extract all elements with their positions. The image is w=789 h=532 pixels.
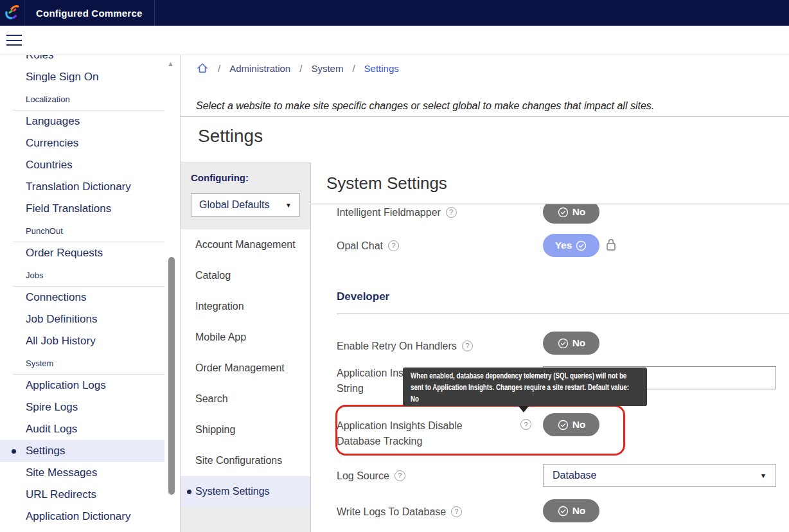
sidebar-item-all-job-history[interactable]: All Job History [0,330,164,352]
log-source-select[interactable]: Database ▼ [543,464,776,487]
breadcrumb-system[interactable]: System [311,63,343,74]
lock-icon [605,237,617,253]
config-menu-mobile-app[interactable]: Mobile App [181,322,310,353]
toggle-value: No [572,206,586,218]
log-source-value: Database [553,470,597,481]
check-circle-icon [557,505,569,517]
config-menu-site-configurations[interactable]: Site Configurations [181,445,310,476]
label-text: Enable Retry On Handlers [337,341,457,351]
selected-bullet-icon [187,490,191,494]
settings-panel-header: System Settings [311,163,789,204]
toggle-app-insights-disable-db-tracking[interactable]: No [543,413,599,436]
tooltip-text: When enabled, database dependency teleme… [411,370,639,405]
toggle-value: No [572,337,586,349]
config-menu-account-management[interactable]: Account Management [181,229,310,260]
toggle-enable-retry[interactable]: No [543,332,599,355]
sidebar-item-audit-logs[interactable]: Audit Logs [0,418,164,440]
sidebar-item-site-messages[interactable]: Site Messages [0,462,164,484]
settings-content: Intelligent Fieldmapper? No Opal Chat? Y… [310,163,789,532]
sidebar-section-system: System [0,352,164,374]
developer-section-heading: Developer [337,290,389,303]
sidebar-item-roles[interactable]: Roles [0,55,164,66]
help-icon[interactable]: ? [462,341,473,351]
page: Configured Commerce Roles Single Sign On… [0,0,789,532]
topbar: Configured Commerce [0,0,789,26]
config-menu-order-management[interactable]: Order Management [181,353,310,384]
setting-label-app-insights-disable-db-tracking: Application Insights Disable Database Tr… [337,418,497,449]
toggle-value: No [572,505,586,517]
config-menu: Account Management Catalog Integration M… [181,229,310,507]
check-circle-icon [557,206,569,218]
toggle-opal-chat[interactable]: Yes [543,234,599,257]
divider [181,116,789,117]
check-circle-icon [557,419,569,431]
sidebar-item-url-redirects[interactable]: URL Redirects [0,484,164,506]
breadcrumb-separator: / [299,63,302,74]
configuring-dropdown-value: Global Defaults [199,199,269,211]
sidebar-item-settings[interactable]: Settings [0,440,164,462]
tooltip-arrow-icon [519,406,529,412]
sidebar-item-single-sign-on[interactable]: Single Sign On [0,66,164,88]
label-text: Intelligent Fieldmapper [337,207,441,218]
sidebar-item-translation-dictionary[interactable]: Translation Dictionary [0,176,164,198]
sidebar-item-job-definitions[interactable]: Job Definitions [0,308,164,330]
breadcrumb-separator: / [352,63,355,74]
main-area: / Administration / System / Settings Sel… [180,55,789,532]
configuring-dropdown[interactable]: Global Defaults ▼ [191,193,300,217]
app-logo[interactable] [0,0,24,26]
breadcrumb-settings[interactable]: Settings [364,63,399,74]
config-panel: Configuring: Global Defaults ▼ Account M… [181,163,310,532]
sidebar-section-localization: Localization [0,88,164,110]
check-circle-icon [557,337,569,350]
config-menu-integration[interactable]: Integration [181,291,310,322]
sidebar-item-label: Settings [26,445,65,457]
breadcrumb-administration[interactable]: Administration [229,63,290,74]
sidebar-item-connections[interactable]: Connections [0,287,164,308]
config-menu-label: System Settings [195,486,270,497]
config-menu-shipping[interactable]: Shipping [181,414,310,445]
setting-label-write-logs: Write Logs To Database? [337,504,462,520]
sidebar-item-application-dictionary[interactable]: Application Dictionary [0,506,164,528]
config-menu-catalog[interactable]: Catalog [181,260,310,291]
tooltip: When enabled, database dependency teleme… [403,368,647,406]
sidebar-item-countries[interactable]: Countries [0,154,164,176]
config-panel-footer [181,507,310,532]
settings-panel-title: System Settings [326,173,447,193]
help-icon[interactable]: ? [388,240,399,251]
scrollbar-thumb[interactable] [168,257,175,495]
intro-text: Select a website to make site specific c… [196,100,654,112]
toggle-value: No [572,419,586,430]
sidebar: Roles Single Sign On Localization Langua… [0,55,180,532]
configuring-label: Configuring: [191,172,249,183]
sidebar-item-spire-logs[interactable]: Spire Logs [0,396,164,418]
sidebar-item-field-translations[interactable]: Field Translations [0,198,164,220]
config-menu-system-settings[interactable]: System Settings [181,476,310,507]
setting-label-opal-chat: Opal Chat? [337,238,399,254]
divider [337,314,789,314]
sidebar-item-order-requests[interactable]: Order Requests [0,242,164,264]
setting-label-log-source: Log Source? [337,468,405,484]
home-icon[interactable] [196,62,209,75]
chevron-down-icon: ▼ [760,472,767,479]
sidebar-section-jobs: Jobs [0,264,164,286]
sidebar-item-application-logs[interactable]: Application Logs [0,375,164,396]
breadcrumb: / Administration / System / Settings [196,60,399,76]
help-icon[interactable]: ? [451,506,462,517]
setting-label-enable-retry: Enable Retry On Handlers? [337,339,473,354]
scrollbar-up-arrow-icon[interactable]: ▲ [167,60,174,67]
config-menu-search[interactable]: Search [181,384,310,414]
sidebar-item-languages[interactable]: Languages [0,111,164,132]
sidebar-section-punchout: PunchOut [0,220,164,242]
label-text: Log Source [337,470,389,481]
sidebar-item-currencies[interactable]: Currencies [0,132,164,154]
sidebar-list: Roles Single Sign On Localization Langua… [0,55,164,528]
help-icon[interactable]: ? [446,207,457,218]
hamburger-menu-icon[interactable] [6,35,22,46]
help-icon[interactable]: ? [394,470,405,481]
chevron-down-icon: ▼ [285,202,292,209]
help-icon[interactable]: ? [520,419,531,430]
toggle-value: Yes [555,240,572,251]
optimizely-logo-icon [3,4,21,22]
app-title: Configured Commerce [24,0,155,26]
toggle-write-logs[interactable]: No [543,499,599,522]
